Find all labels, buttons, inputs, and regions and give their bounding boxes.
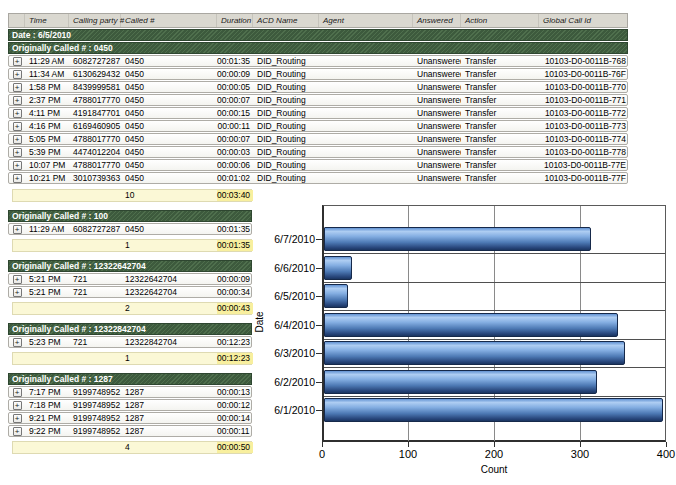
expand-plus-icon[interactable]: + — [13, 148, 22, 157]
header-global-call-id[interactable]: Global Call Id — [539, 14, 629, 27]
cell-time: 7:17 PM — [25, 387, 69, 397]
call-report-table: Time Calling party # Called # Duration A… — [8, 13, 628, 454]
cell-global_id: 10103-D0-0011B-76F — [539, 69, 629, 79]
summary-total-duration: 00:00:50 — [217, 442, 253, 453]
cell-called: 12322842704 — [121, 337, 217, 347]
cell-time: 5:05 PM — [25, 134, 69, 144]
chart-xtick-label: 400 — [646, 448, 676, 460]
expand-plus-icon[interactable]: + — [13, 174, 22, 183]
expand-plus-icon[interactable]: + — [13, 122, 22, 131]
table-row: +11:34 AM6130629432045000:00:09DID_Routi… — [8, 68, 628, 80]
cell-acd: DID_Routing — [253, 82, 319, 92]
cell-called: 0450 — [121, 160, 217, 170]
summary-spacer — [69, 303, 121, 314]
table-row: +11:29 AM6082727287045000:01:35DID_Routi… — [8, 55, 628, 67]
cell-duration: 00:01:35 — [217, 224, 251, 234]
group-band: Originally Called # : 0450 — [8, 42, 628, 54]
summary-call-count: 2 — [121, 303, 217, 314]
header-time[interactable]: Time — [25, 14, 69, 27]
cell-agent — [319, 173, 413, 183]
summary-spacer — [25, 190, 69, 201]
cell-global_id: 10103-D0-0011B-771 — [539, 95, 629, 105]
cell-called: 0450 — [121, 134, 217, 144]
expand-plus-icon[interactable]: + — [13, 109, 22, 118]
expand-cell: + — [9, 82, 25, 92]
header-action[interactable]: Action — [461, 14, 539, 27]
expand-plus-icon[interactable]: + — [13, 275, 22, 284]
table-row: +5:23 PM7211232284270400:12:23 — [8, 336, 252, 348]
cell-called: 1287 — [121, 426, 217, 436]
expand-cell: + — [9, 56, 25, 66]
cell-acd: DID_Routing — [253, 173, 319, 183]
table-row: +7:18 PM9199748952128700:00:12 — [8, 399, 252, 411]
expand-cell: + — [9, 224, 25, 234]
cell-called: 0450 — [121, 82, 217, 92]
summary-spacer — [69, 190, 121, 201]
header-called[interactable]: Called # — [121, 14, 217, 27]
cell-calling: 9199748952 — [69, 413, 121, 423]
header-calling-party[interactable]: Calling party # — [69, 14, 121, 27]
expand-plus-icon[interactable]: + — [13, 401, 22, 410]
expand-plus-icon[interactable]: + — [13, 161, 22, 170]
expand-plus-icon[interactable]: + — [13, 135, 22, 144]
header-acd-name[interactable]: ACD Name — [253, 14, 319, 27]
expand-plus-icon[interactable]: + — [13, 57, 22, 66]
cell-duration: 00:00:12 — [217, 400, 251, 410]
cell-called: 0450 — [121, 173, 217, 183]
cell-answered: Unanswered — [413, 108, 461, 118]
cell-calling: 8439999581 — [69, 82, 121, 92]
expand-plus-icon[interactable]: + — [13, 338, 22, 347]
expand-plus-icon[interactable]: + — [13, 83, 22, 92]
summary-spacer — [13, 190, 25, 201]
header-agent[interactable]: Agent — [319, 14, 413, 27]
expand-plus-icon[interactable]: + — [13, 96, 22, 105]
summary-spacer — [13, 353, 25, 364]
summary-total-duration: 00:00:43 — [217, 303, 253, 314]
cell-called: 0450 — [121, 69, 217, 79]
cell-action: Transfer — [461, 56, 539, 66]
summary-spacer — [25, 303, 69, 314]
table-row: +9:22 PM9199748952128700:00:11 — [8, 425, 252, 437]
cell-action: Transfer — [461, 134, 539, 144]
cell-answered: Unanswered — [413, 134, 461, 144]
summary-call-count: 10 — [121, 190, 217, 201]
cell-agent — [319, 121, 413, 131]
cell-time: 11:29 AM — [25, 56, 69, 66]
header-duration[interactable]: Duration — [217, 14, 253, 27]
cell-time: 9:21 PM — [25, 413, 69, 423]
cell-duration: 00:00:14 — [217, 413, 251, 423]
expand-plus-icon[interactable]: + — [13, 288, 22, 297]
expand-plus-icon[interactable]: + — [13, 70, 22, 79]
summary-call-count: 1 — [121, 240, 217, 251]
table-row: +10:07 PM4788017770045000:00:06DID_Routi… — [8, 159, 628, 171]
expand-cell: + — [9, 147, 25, 157]
cell-acd: DID_Routing — [253, 160, 319, 170]
cell-time: 2:37 PM — [25, 95, 69, 105]
cell-calling: 6169460905 — [69, 121, 121, 131]
cell-calling: 9199748952 — [69, 400, 121, 410]
table-header-row: Time Calling party # Called # Duration A… — [8, 13, 628, 28]
cell-time: 4:11 PM — [25, 108, 69, 118]
cell-duration: 00:00:34 — [217, 287, 251, 297]
summary-total-duration: 00:12:23 — [217, 353, 253, 364]
header-answered[interactable]: Answered — [413, 14, 461, 27]
cell-global_id: 10103-D0-0011B-773 — [539, 121, 629, 131]
summary-spacer — [69, 353, 121, 364]
cell-agent — [319, 69, 413, 79]
expand-plus-icon[interactable]: + — [13, 388, 22, 397]
table-row: +11:29 AM6082727287045000:01:35 — [8, 223, 252, 235]
cell-calling: 721 — [69, 274, 121, 284]
cell-calling: 4788017770 — [69, 134, 121, 144]
group-summary-row: 400:00:50 — [12, 441, 252, 454]
expand-cell: + — [9, 426, 25, 436]
expand-cell: + — [9, 287, 25, 297]
table-row: +7:17 PM9199748952128700:00:13 — [8, 386, 252, 398]
cell-answered: Unanswered — [413, 173, 461, 183]
summary-call-count: 4 — [121, 442, 217, 453]
cell-acd: DID_Routing — [253, 147, 319, 157]
cell-time: 5:23 PM — [25, 337, 69, 347]
expand-plus-icon[interactable]: + — [13, 225, 22, 234]
expand-plus-icon[interactable]: + — [13, 414, 22, 423]
group-summary-row: 200:00:43 — [12, 302, 252, 315]
expand-plus-icon[interactable]: + — [13, 427, 22, 436]
